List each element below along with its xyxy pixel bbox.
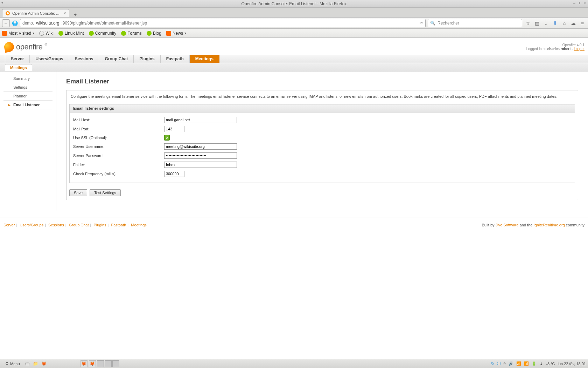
panel-description: Configure the meetings email listener se… <box>66 90 578 103</box>
main-tabs: Server Users/Groups Sessions Group Chat … <box>0 55 588 63</box>
input-mail-host[interactable] <box>164 117 237 123</box>
reload-icon[interactable]: ⟳ <box>420 21 423 26</box>
bookmark-star-icon[interactable]: ☆ <box>524 20 531 26</box>
hamburger-icon[interactable]: ≡ <box>579 20 586 26</box>
temperature: -8 °C <box>546 362 555 366</box>
url-input[interactable]: demo.wikisuite.org:9090/plugins/ofmeet/o… <box>20 19 426 27</box>
browser-tab-title: Openfire Admin Console: ... <box>12 11 59 15</box>
footer-link-fastpath[interactable]: Fastpath <box>111 223 126 227</box>
tab-server[interactable]: Server <box>5 55 30 63</box>
network-icon[interactable]: 📶 <box>516 361 521 366</box>
start-menu-button[interactable]: ⚙Menu <box>2 360 23 367</box>
chat-icon[interactable]: ☁ <box>570 20 577 26</box>
volume-icon[interactable]: 🔊 <box>509 361 513 366</box>
tab-fastpath[interactable]: Fastpath <box>161 55 190 63</box>
footer-link-meetings[interactable]: Meetings <box>131 223 147 227</box>
label-frequency: Check Frequency (millis): <box>73 172 164 176</box>
logout-link[interactable]: Logout <box>574 47 584 51</box>
tab-sessions[interactable]: Sessions <box>69 55 99 63</box>
show-desktop-icon[interactable]: 🖵 <box>24 360 31 367</box>
label-mail-port: Mail Port: <box>73 127 164 131</box>
bookmark-most-visited[interactable]: Most Visited <box>2 31 34 36</box>
gear-icon: ⚙ <box>5 361 9 366</box>
label-username: Server Username: <box>73 144 164 149</box>
new-tab-button[interactable]: + <box>72 12 79 17</box>
bookmark-forums[interactable]: Forums <box>121 31 142 36</box>
bookmark-community[interactable]: Community <box>89 31 117 36</box>
sidebar-item-summary[interactable]: Summary <box>4 74 52 83</box>
save-button[interactable]: Save <box>69 189 87 196</box>
bookmark-linux-mint[interactable]: Linux Mint <box>58 31 84 36</box>
fieldset: Email listener settings Mail Host: Mail … <box>69 104 575 183</box>
sidebar: Summary Settings Planner Email Listener <box>0 71 56 211</box>
tab-close-icon[interactable]: × <box>64 11 66 16</box>
mint-icon <box>121 31 126 36</box>
url-host: wikisuite.org <box>36 21 59 26</box>
clipboard-icon[interactable]: ▤ <box>533 20 540 26</box>
browser-tabstrip: Openfire Admin Console: ... × + <box>0 8 588 18</box>
titlebar-chevron-icon: ▾ <box>1 1 3 5</box>
subtab-meetings[interactable]: Meetings <box>5 64 32 71</box>
download-icon[interactable]: ⬇ <box>552 20 559 26</box>
files-icon[interactable]: 📁 <box>32 360 39 367</box>
language-indicator[interactable]: fr <box>504 362 506 366</box>
search-input[interactable]: 🔍 Rechercher <box>428 19 522 27</box>
footer-link-groupchat[interactable]: Group Chat <box>69 223 89 227</box>
system-tray: ↻ ⓘ fr 🔊 📶 📶 🔋 🌡 -8 °C lun 22 fév, 18:01 <box>491 361 586 366</box>
update-icon[interactable]: ↻ <box>491 361 494 366</box>
sub-tabs: Meetings <box>0 63 588 71</box>
fieldset-legend: Email listener settings <box>70 104 575 113</box>
sidebar-item-email-listener[interactable]: Email Listener <box>4 101 52 109</box>
page-footer: Server| Users/Groups| Sessions| Group Ch… <box>0 218 588 232</box>
taskbar-slot-3[interactable] <box>112 360 119 367</box>
taskbar-app-1[interactable]: 🦊 <box>80 360 88 367</box>
input-folder[interactable] <box>164 162 237 168</box>
input-frequency[interactable] <box>164 171 184 177</box>
checkbox-use-ssl[interactable]: ✕ <box>164 135 170 141</box>
firefox-tray-icon[interactable]: 🦊 <box>41 360 48 367</box>
tab-plugins[interactable]: Plugins <box>134 55 160 63</box>
link-igniterealtime[interactable]: IgniteRealtime.org <box>533 223 565 227</box>
back-button[interactable]: ← <box>2 19 10 27</box>
footer-link-server[interactable]: Server <box>4 223 15 227</box>
minimize-button[interactable]: – <box>573 1 575 6</box>
taskbar-slot-2[interactable] <box>105 360 112 367</box>
maximize-button[interactable]: + <box>578 1 581 6</box>
tab-users-groups[interactable]: Users/Groups <box>30 55 69 63</box>
battery-icon[interactable]: 🔋 <box>532 361 537 366</box>
bookmark-news[interactable]: News <box>166 31 186 36</box>
tab-group-chat[interactable]: Group Chat <box>99 55 134 63</box>
input-password[interactable] <box>164 152 237 159</box>
bookmark-blog[interactable]: Blog <box>147 31 161 36</box>
rss-icon <box>166 31 171 36</box>
flame-icon <box>3 41 15 53</box>
tab-meetings[interactable]: Meetings <box>190 55 219 63</box>
sidebar-item-planner[interactable]: Planner <box>4 92 52 101</box>
taskbar-app-2[interactable]: 🦊 <box>89 360 96 367</box>
browser-tab[interactable]: Openfire Admin Console: ... × <box>2 9 69 17</box>
window-titlebar: ▾ Openfire Admin Console: Email Listener… <box>0 0 588 8</box>
footer-link-sessions[interactable]: Sessions <box>48 223 64 227</box>
bookmark-wiki[interactable]: Wiki <box>39 31 54 36</box>
home-icon[interactable]: ⌂ <box>561 20 568 26</box>
label-mail-host: Mail Host: <box>73 118 164 122</box>
input-mail-port[interactable] <box>164 126 184 132</box>
openfire-logo: openfire® <box>4 42 47 52</box>
label-use-ssl: Use SSL (Optional): <box>73 136 164 140</box>
label-folder: Folder: <box>73 163 164 167</box>
product-version: Openfire 4.0.1 <box>526 43 584 47</box>
input-username[interactable] <box>164 143 237 150</box>
test-settings-button[interactable]: Test Settings <box>90 189 121 196</box>
footer-link-plugins[interactable]: Plugins <box>93 223 106 227</box>
close-window-button[interactable]: × <box>583 1 586 6</box>
mint-icon <box>58 31 63 36</box>
sidebar-item-settings[interactable]: Settings <box>4 83 52 92</box>
footer-nav: Server| Users/Groups| Sessions| Group Ch… <box>4 223 147 227</box>
label-password: Server Password: <box>73 154 164 158</box>
link-jive[interactable]: Jive Software <box>496 223 519 227</box>
wifi-icon[interactable]: 📶 <box>524 361 529 366</box>
taskbar-slot-1[interactable] <box>97 360 104 367</box>
info-icon[interactable]: ⓘ <box>497 361 501 366</box>
footer-link-users[interactable]: Users/Groups <box>20 223 43 227</box>
pocket-icon[interactable]: ⌄ <box>542 20 550 26</box>
